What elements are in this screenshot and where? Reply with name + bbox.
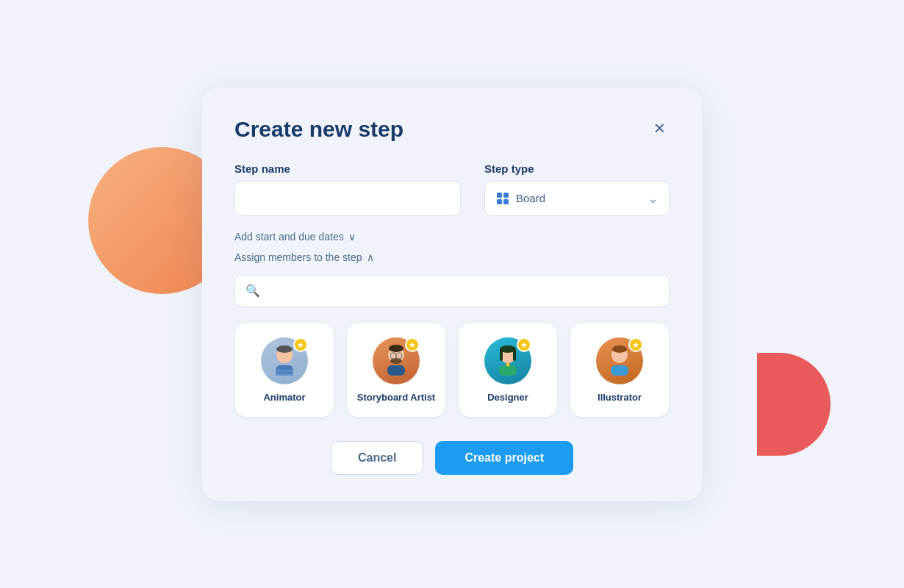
step-name-input[interactable] [234, 181, 461, 216]
assign-chevron-icon: ∧ [367, 251, 374, 263]
svg-rect-0 [497, 193, 502, 198]
step-type-dropdown[interactable]: Board ⌄ [484, 181, 670, 216]
member-name-illustrator: Illustrator [598, 392, 642, 404]
dates-label: Add start and due dates [234, 231, 344, 243]
step-name-field-group: Step name [234, 162, 461, 216]
svg-rect-19 [513, 349, 516, 361]
member-name-animator: Animator [263, 392, 305, 404]
modal-header: Create new step × [234, 117, 670, 142]
modal-title: Create new step [234, 117, 403, 142]
assign-toggle[interactable]: Assign members to the step ∧ [234, 251, 670, 263]
dates-section: Add start and due dates ∨ [234, 231, 670, 243]
svg-rect-1 [503, 193, 509, 198]
members-grid: ★ Animator [234, 322, 670, 417]
dates-toggle[interactable]: Add start and due dates ∨ [234, 231, 670, 243]
chevron-down-icon: ⌄ [647, 190, 659, 207]
star-badge-animator: ★ [293, 337, 308, 352]
modal-footer: Cancel Create project [234, 441, 670, 475]
create-step-modal: Create new step × Step name Step type [202, 87, 702, 501]
svg-rect-24 [611, 365, 628, 376]
close-button[interactable]: × [650, 117, 670, 139]
step-type-field-group: Step type Board ⌄ [484, 162, 670, 216]
star-badge-designer: ★ [517, 337, 531, 352]
avatar-wrap-storyboard: ★ [373, 337, 420, 384]
decorative-red-shape [757, 353, 831, 456]
member-search-input[interactable] [266, 285, 659, 297]
svg-rect-18 [500, 349, 503, 361]
member-card-animator[interactable]: ★ Animator [234, 322, 334, 417]
svg-point-21 [506, 363, 510, 367]
member-name-storyboard: Storyboard Artist [357, 392, 435, 404]
svg-rect-8 [276, 373, 293, 376]
svg-rect-2 [497, 199, 502, 204]
member-card-storyboard[interactable]: ★ Storyboard Artist [346, 322, 446, 417]
assign-label: Assign members to the step [234, 251, 362, 263]
svg-point-23 [612, 345, 627, 353]
dates-chevron-icon: ∨ [348, 231, 356, 243]
step-type-value: Board [516, 192, 545, 204]
search-icon: 🔍 [245, 284, 260, 298]
member-card-illustrator[interactable]: ★ Illustrator [570, 322, 670, 417]
step-type-label: Step type [484, 162, 670, 175]
member-name-designer: Designer [487, 392, 528, 404]
step-name-label: Step name [234, 162, 461, 175]
create-project-button[interactable]: Create project [435, 441, 573, 475]
svg-rect-20 [499, 365, 517, 376]
svg-rect-7 [276, 370, 293, 372]
avatar-wrap-illustrator: ★ [596, 337, 643, 384]
form-row-main: Step name Step type Board [234, 162, 670, 216]
member-search-box[interactable]: 🔍 [234, 275, 670, 307]
step-type-inner: Board [495, 191, 545, 206]
svg-point-5 [276, 345, 293, 353]
svg-rect-12 [387, 365, 405, 376]
avatar-wrap-designer: ★ [484, 337, 531, 384]
cancel-button[interactable]: Cancel [331, 441, 423, 475]
member-card-designer[interactable]: ★ Designer [458, 322, 558, 417]
star-badge-storyboard: ★ [405, 337, 420, 352]
svg-rect-3 [503, 199, 509, 204]
svg-point-10 [389, 345, 403, 352]
board-icon [495, 191, 510, 206]
avatar-wrap-animator: ★ [261, 337, 308, 384]
star-badge-illustrator: ★ [628, 337, 643, 352]
